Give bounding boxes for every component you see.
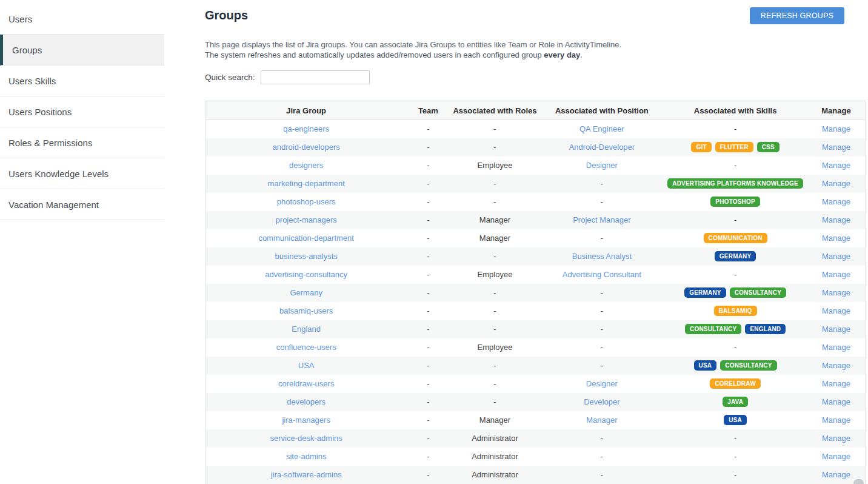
team-cell: -: [407, 393, 449, 411]
manage-link[interactable]: Manage: [822, 288, 850, 297]
position-cell: -: [540, 466, 663, 484]
skill-badge: GERMANY: [684, 287, 726, 298]
roles-cell: Administrator: [449, 466, 540, 484]
col-header-team: Team: [407, 101, 449, 120]
manage-link[interactable]: Manage: [822, 470, 850, 479]
group-link[interactable]: jira-software-admins: [271, 470, 342, 479]
sidebar-item-users[interactable]: Users: [0, 4, 164, 35]
manage-link[interactable]: Manage: [822, 234, 850, 243]
group-link[interactable]: jira-managers: [282, 415, 330, 425]
group-link[interactable]: communication-department: [258, 234, 354, 243]
sidebar-item-users-positions[interactable]: Users Positions: [0, 96, 164, 127]
group-link[interactable]: marketing-department: [268, 179, 345, 188]
sidebar-item-users-knowledge-levels[interactable]: Users Knowledge Levels: [0, 158, 164, 189]
scrollbar-thumb[interactable]: [853, 479, 864, 484]
manage-link[interactable]: Manage: [822, 306, 850, 315]
team-cell: -: [407, 247, 449, 266]
group-link[interactable]: confluence-users: [276, 343, 336, 352]
description-line2-bold: every day: [544, 50, 580, 59]
position-link[interactable]: Project Manager: [573, 215, 630, 224]
manage-link[interactable]: Manage: [822, 379, 850, 388]
manage-link[interactable]: Manage: [822, 215, 850, 224]
group-link[interactable]: site-admins: [286, 452, 326, 461]
manage-link[interactable]: Manage: [822, 397, 850, 406]
quick-search-input[interactable]: [261, 70, 370, 84]
skill-badge: CONSULTANCY: [730, 287, 786, 298]
table-row: developers - - Developer JAVA Manage: [205, 393, 866, 411]
table-row: qa-engineers - - QA Engineer - Manage: [205, 120, 866, 138]
sidebar-item-users-skills[interactable]: Users Skills: [0, 66, 164, 96]
group-link[interactable]: balsamiq-users: [279, 306, 333, 315]
group-cell: project-managers: [205, 211, 407, 229]
manage-link[interactable]: Manage: [822, 179, 850, 188]
sidebar-item-groups[interactable]: Groups: [0, 35, 164, 66]
manage-link[interactable]: Manage: [822, 324, 850, 334]
manage-link[interactable]: Manage: [822, 161, 850, 170]
position-link[interactable]: QA Engineer: [579, 124, 624, 133]
position-link[interactable]: Designer: [586, 161, 618, 170]
position-link[interactable]: Android-Developer: [569, 143, 635, 152]
roles-cell: -: [449, 320, 540, 338]
group-link[interactable]: developers: [287, 397, 326, 406]
refresh-groups-button[interactable]: REFRESH GROUPS: [750, 7, 844, 24]
table-row: balsamiq-users - - - BALSAMIQ Manage: [205, 302, 866, 320]
position-link[interactable]: Manager: [586, 415, 617, 425]
sidebar-item-vacation-management[interactable]: Vacation Management: [0, 189, 164, 220]
manage-link[interactable]: Manage: [822, 252, 850, 261]
manage-link[interactable]: Manage: [822, 361, 850, 370]
sidebar-item-roles-permissions[interactable]: Roles & Permissions: [0, 127, 164, 158]
roles-cell: Manager: [449, 229, 540, 247]
manage-cell: Manage: [807, 266, 866, 284]
manage-cell: Manage: [807, 156, 866, 175]
position-link[interactable]: Advertising Consultant: [563, 270, 641, 279]
group-link[interactable]: qa-engineers: [283, 124, 329, 133]
roles-cell: -: [449, 138, 540, 156]
group-link[interactable]: service-desk-admins: [270, 434, 342, 443]
manage-link[interactable]: Manage: [822, 197, 850, 206]
position-link[interactable]: Designer: [586, 379, 618, 388]
group-link[interactable]: coreldraw-users: [278, 379, 334, 388]
skills-cell: ADVERTISING PLATFORMS KNOWLEDGE: [663, 175, 807, 193]
manage-link[interactable]: Manage: [822, 415, 850, 425]
group-cell: balsamiq-users: [205, 302, 407, 320]
manage-link[interactable]: Manage: [822, 343, 850, 352]
manage-cell: Manage: [807, 338, 866, 357]
position-cell: -: [540, 429, 663, 448]
group-cell: Germany: [205, 284, 407, 302]
col-header-associated-position: Associated with Position: [540, 101, 663, 120]
table-row: USA - - - USACONSULTANCY Manage: [205, 357, 866, 375]
manage-link[interactable]: Manage: [822, 270, 850, 279]
group-link[interactable]: advertising-consultancy: [265, 270, 347, 279]
team-cell: -: [407, 211, 449, 229]
team-cell: -: [407, 338, 449, 357]
roles-cell: -: [449, 193, 540, 211]
group-link[interactable]: designers: [289, 161, 323, 170]
position-cell: Manager: [540, 411, 663, 429]
position-link[interactable]: Business Analyst: [572, 252, 632, 261]
position-link[interactable]: Developer: [584, 397, 619, 406]
group-link[interactable]: USA: [298, 361, 315, 370]
group-cell: advertising-consultancy: [205, 266, 407, 284]
skills-cell: PHOTOSHOP: [663, 193, 807, 211]
team-cell: -: [407, 175, 449, 193]
position-cell: -: [540, 193, 663, 211]
table-header-row: Jira Group Team Associated with Roles As…: [205, 101, 866, 120]
group-link[interactable]: project-managers: [276, 215, 337, 224]
table-row: site-admins - Administrator - - Manage: [205, 448, 866, 466]
manage-link[interactable]: Manage: [822, 124, 850, 133]
group-cell: service-desk-admins: [205, 429, 407, 448]
manage-link[interactable]: Manage: [822, 452, 850, 461]
manage-link[interactable]: Manage: [822, 143, 850, 152]
group-link[interactable]: Germany: [290, 288, 322, 297]
group-link[interactable]: business-analysts: [275, 252, 338, 261]
manage-link[interactable]: Manage: [822, 434, 850, 443]
skills-cell: JAVA: [663, 393, 807, 411]
group-link[interactable]: photoshop-users: [277, 197, 336, 206]
group-link[interactable]: England: [292, 324, 321, 334]
team-cell: -: [407, 411, 449, 429]
group-cell: jira-software-admins: [205, 466, 407, 484]
skill-badge: USA: [694, 360, 717, 371]
skills-cell: CORELDRAW: [663, 375, 807, 393]
group-link[interactable]: android-developers: [273, 143, 340, 152]
team-cell: -: [407, 120, 449, 138]
